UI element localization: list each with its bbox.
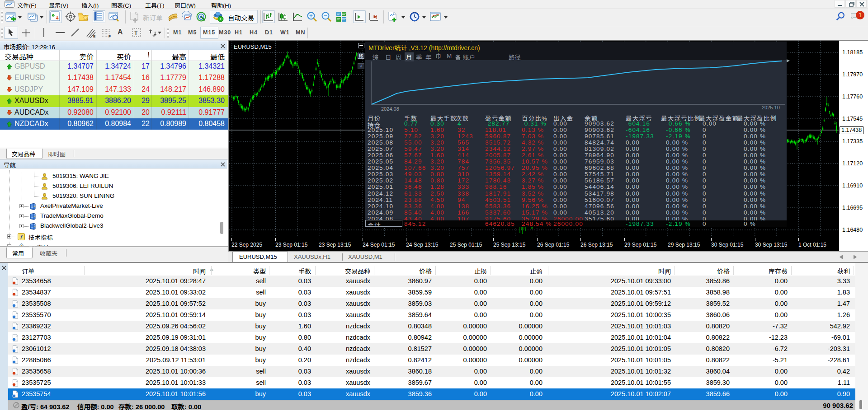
svg-text:T: T — [134, 30, 138, 36]
svg-text:F: F — [108, 34, 111, 38]
svg-text:E: E — [93, 34, 96, 38]
